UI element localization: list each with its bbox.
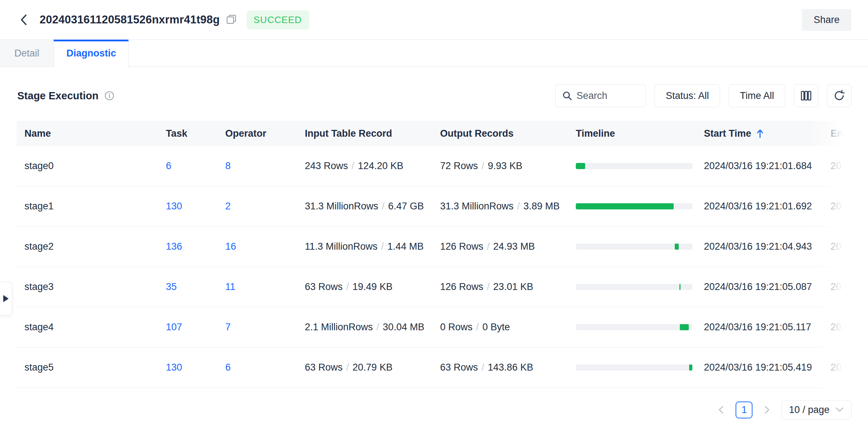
- operator-count-link[interactable]: 8: [225, 160, 231, 171]
- end-time-clipped: 202: [831, 281, 851, 292]
- output-record-cell: 63 Rows/143.86 KB: [440, 362, 576, 373]
- output-record-cell: 31.3 MillionRows/3.89 MB: [440, 201, 576, 212]
- record-count: 126 Rows: [440, 281, 483, 292]
- record-size: 143.86 KB: [488, 362, 533, 373]
- page-size-select[interactable]: 10 / page: [781, 400, 851, 419]
- start-time: 2024/03/16 19:21:01.684: [704, 160, 831, 172]
- start-time: 2024/03/16 19:21:04.943: [704, 241, 831, 252]
- input-record-cell: 31.3 MillionRows/6.47 GB: [305, 201, 440, 212]
- task-count-link[interactable]: 107: [166, 322, 182, 332]
- slash-separator: /: [482, 362, 484, 373]
- arrow-up-icon: [756, 128, 764, 139]
- pagination: 1 10 / page: [17, 400, 851, 419]
- input-record-cell: 63 Rows/19.49 KB: [305, 281, 440, 292]
- tab-diagnostic[interactable]: Diagnostic: [54, 40, 129, 67]
- input-record-cell: 11.3 MillionRows/1.44 MB: [305, 241, 440, 252]
- input-record-cell: 243 Rows/124.20 KB: [305, 160, 440, 172]
- status-filter-button[interactable]: Status: All: [655, 84, 720, 107]
- col-output: Output Records: [440, 128, 576, 139]
- tab-bar: Detail Diagnostic: [0, 40, 868, 67]
- tab-detail[interactable]: Detail: [0, 40, 54, 67]
- timeline-bar: [576, 163, 692, 169]
- end-time-clipped: 202: [831, 241, 851, 252]
- record-count: 63 Rows: [305, 281, 343, 292]
- toolbar: Status: All Time All: [555, 84, 851, 107]
- task-count-link[interactable]: 130: [166, 362, 182, 373]
- search-box[interactable]: [555, 84, 646, 107]
- caret-right-icon: [3, 295, 9, 302]
- next-page-button[interactable]: [760, 401, 774, 418]
- task-count-link[interactable]: 136: [166, 241, 182, 252]
- table-row: stage1 130 2 31.3 MillionRows/6.47 GB 31…: [17, 186, 851, 227]
- page-number-button[interactable]: 1: [736, 401, 752, 418]
- operator-count-link[interactable]: 11: [225, 281, 235, 292]
- record-count: 31.3 MillionRows: [305, 201, 378, 212]
- timeline-bar-fill: [689, 364, 692, 371]
- slash-separator: /: [381, 241, 384, 252]
- operator-count-link[interactable]: 16: [225, 241, 236, 252]
- share-button[interactable]: Share: [802, 9, 851, 31]
- time-filter-button[interactable]: Time All: [729, 84, 785, 107]
- section-title: Stage Execution: [17, 90, 99, 102]
- record-size: 0 Byte: [483, 322, 510, 332]
- record-count: 31.3 MillionRows: [440, 201, 514, 212]
- operator-count-link[interactable]: 6: [225, 362, 231, 373]
- record-size: 6.47 GB: [388, 201, 424, 212]
- input-record-cell: 2.1 MillionRows/30.04 MB: [305, 322, 440, 333]
- operator-count-link[interactable]: 7: [225, 322, 231, 332]
- table-row: stage4 107 7 2.1 MillionRows/30.04 MB 0 …: [17, 307, 851, 348]
- record-size: 30.04 MB: [383, 322, 425, 332]
- refresh-icon: [833, 90, 845, 102]
- record-count: 63 Rows: [305, 362, 343, 373]
- chevron-left-icon: [717, 405, 725, 415]
- sort-ascending-control[interactable]: [756, 128, 764, 139]
- record-count: 72 Rows: [440, 160, 478, 171]
- operator-count-link[interactable]: 2: [225, 201, 231, 212]
- output-record-cell: 126 Rows/23.01 KB: [440, 281, 576, 292]
- output-record-cell: 126 Rows/24.93 MB: [440, 241, 576, 252]
- timeline-bar: [576, 284, 692, 290]
- slash-separator: /: [376, 322, 379, 332]
- copy-icon: [226, 14, 237, 26]
- slash-separator: /: [346, 281, 349, 292]
- timeline-bar-fill: [679, 284, 681, 290]
- timeline-bar-fill: [675, 244, 679, 250]
- status-badge: SUCCEED: [247, 10, 309, 30]
- start-time: 2024/03/16 19:21:05.419: [704, 362, 831, 373]
- task-count-link[interactable]: 35: [166, 281, 177, 292]
- column-settings-button[interactable]: [794, 84, 818, 107]
- record-count: 11.3 MillionRows: [305, 241, 378, 252]
- end-time-clipped: 202: [831, 201, 851, 212]
- slash-separator: /: [352, 160, 354, 171]
- stage-name: stage4: [24, 322, 166, 333]
- timeline-bar-fill: [576, 163, 585, 169]
- record-count: 0 Rows: [440, 322, 473, 332]
- start-time: 2024/03/16 19:21:05.087: [704, 281, 831, 292]
- timeline-bar: [576, 364, 692, 371]
- col-start-time-label: Start Time: [704, 128, 751, 139]
- back-button[interactable]: [17, 13, 31, 27]
- copy-button[interactable]: [226, 14, 237, 26]
- slash-separator: /: [517, 201, 520, 212]
- slash-separator: /: [346, 362, 349, 373]
- timeline-bar-fill: [576, 203, 674, 209]
- timeline-bar: [576, 324, 692, 330]
- stage-name: stage3: [24, 281, 166, 292]
- expand-left-panel-handle[interactable]: [0, 282, 12, 316]
- record-size: 3.89 MB: [524, 201, 560, 212]
- task-count-link[interactable]: 6: [166, 160, 171, 171]
- stage-name: stage1: [24, 201, 166, 212]
- previous-page-button[interactable]: [714, 401, 728, 418]
- record-size: 20.79 KB: [353, 362, 393, 373]
- column-settings-icon: [800, 90, 812, 102]
- record-count: 243 Rows: [305, 160, 348, 171]
- refresh-button[interactable]: [827, 84, 851, 107]
- info-icon[interactable]: [104, 91, 114, 101]
- record-size: 19.49 KB: [353, 281, 393, 292]
- task-count-link[interactable]: 130: [166, 201, 182, 212]
- timeline-bar: [576, 203, 692, 209]
- chevron-down-icon: [835, 407, 844, 413]
- table-header-row: Name Task Operator Input Table Record Ou…: [17, 121, 851, 146]
- search-input[interactable]: [577, 90, 634, 101]
- output-record-cell: 72 Rows/9.93 KB: [440, 160, 576, 172]
